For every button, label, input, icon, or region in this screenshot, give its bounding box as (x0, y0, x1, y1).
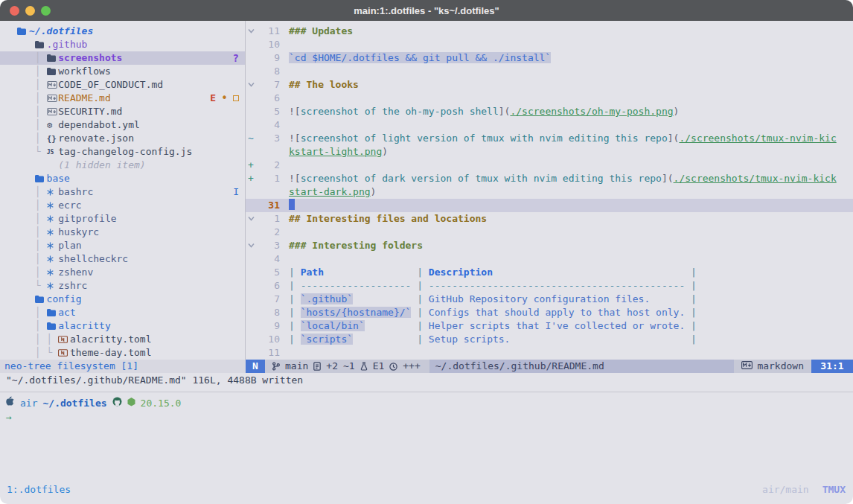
tree-item[interactable]: │ zshenv (0, 266, 245, 279)
editor-line[interactable]: 7| `.github` | GitHub Repository configu… (246, 293, 853, 306)
indent-guide: │ (0, 185, 47, 199)
tree-item[interactable]: ~/.dotfiles (0, 25, 245, 38)
star-icon (47, 185, 53, 199)
tree-item[interactable]: │ SECURITY.md (0, 105, 245, 118)
editor-line[interactable]: 6| ------------------- | ---------------… (246, 279, 853, 293)
js-icon: JS (47, 144, 53, 159)
prompt-input-line[interactable]: → (0, 410, 853, 424)
editor-line[interactable]: 6 (246, 92, 853, 105)
editor-line[interactable]: kstart-light.png) (246, 145, 853, 159)
gutter (246, 145, 256, 159)
tree-item[interactable]: │ act (0, 306, 245, 319)
editor-line[interactable]: 2 (246, 226, 853, 239)
tree-item[interactable]: │ huskyrc (0, 226, 245, 239)
line-number: 11 (256, 346, 280, 360)
gutter (246, 65, 256, 78)
statusline-git-section: main +2 ~1 E1 +++ (265, 360, 429, 373)
star-icon (47, 212, 53, 226)
tree-item-label: SECURITY.md (52, 105, 122, 118)
titlebar[interactable]: main:1:.dotfiles - "ks~/.dotfiles" (0, 0, 853, 21)
editor-line[interactable]: ~3![screenshot of light version of tmux … (246, 132, 853, 145)
tree-item[interactable]: │ plan (0, 239, 245, 252)
git-untracked-icon: ? (233, 51, 239, 65)
indent-guide (0, 159, 47, 172)
editor-line[interactable]: 9| `local/bin` | Helper scripts that I'v… (246, 319, 853, 333)
git-branch-name: main (285, 360, 308, 373)
editor-line[interactable]: 8 (246, 65, 853, 78)
tree-item[interactable]: └ JS tag-changelog-config.js (0, 145, 245, 159)
md-icon (47, 105, 53, 118)
tree-item[interactable]: │ │ alacritty.toml (0, 333, 245, 346)
tree-item[interactable]: └ zshrc (0, 279, 245, 293)
gutter (246, 319, 256, 333)
editor-line[interactable]: +2 (246, 159, 853, 172)
git-sign: ~ (246, 132, 256, 145)
editor-line[interactable]: 3### Interesting folders (246, 239, 853, 252)
tree-item-status: I (233, 185, 245, 199)
editor-line[interactable]: 9`cd $HOME/.dotfiles && git pull && ./in… (246, 51, 853, 65)
indent-guide: │ (0, 319, 47, 333)
terminal-window: main:1:.dotfiles - "ks~/.dotfiles" ~/.do… (0, 0, 853, 504)
shell-pane[interactable]: air ~/.dotfiles 20.15.0 → (0, 396, 853, 424)
zoom-button[interactable] (41, 6, 51, 16)
folder-icon (35, 172, 41, 185)
line-text: ![screenshot of light version of tmux wi… (289, 132, 837, 145)
gutter (246, 293, 256, 306)
tree-item[interactable]: config (0, 293, 245, 306)
line-number: 5 (256, 105, 280, 118)
gutter (246, 333, 256, 346)
line-number: 8 (256, 306, 280, 319)
tree-item[interactable]: │ {} renovate.json (0, 132, 245, 145)
line-text: | `local/bin` | Helper scripts that I've… (289, 319, 697, 333)
tree-item[interactable]: .github (0, 38, 245, 51)
tree-item[interactable]: │ alacritty (0, 319, 245, 333)
tree-item[interactable]: │ ecrc (0, 199, 245, 212)
editor-line[interactable]: 10| `scripts` | Setup scripts. | (246, 333, 853, 346)
editor-line[interactable]: 4 (246, 118, 853, 132)
editor-line[interactable]: 1## Interesting files and locations (246, 212, 853, 226)
line-number: 7 (256, 293, 280, 306)
editor-line[interactable]: 7## The looks (246, 78, 853, 92)
close-button[interactable] (10, 6, 19, 16)
indent-guide: │ (0, 306, 47, 319)
tree-item-label: workflows (52, 65, 110, 78)
tree-item-label: .github (41, 38, 88, 51)
tree-item[interactable]: │ README.mdE• (0, 92, 245, 105)
tree-item[interactable]: │ CODE_OF_CONDUCT.md (0, 78, 245, 92)
markdown-icon (741, 360, 753, 373)
tree-item[interactable]: │ gitprofile (0, 212, 245, 226)
line-number: 6 (256, 279, 280, 293)
editor-line[interactable]: 8| `hosts/{hostname}/` | Configs that sh… (246, 306, 853, 319)
editor-line[interactable]: +1![screenshot of dark version of tmux w… (246, 172, 853, 185)
tree-item[interactable]: base (0, 172, 245, 185)
minimize-button[interactable] (25, 6, 35, 16)
gutter (246, 226, 256, 239)
editor-line[interactable]: 4 (246, 252, 853, 266)
editor-line[interactable]: 11 (246, 346, 853, 360)
prompt-arrow-icon: → (6, 410, 12, 424)
line-number: 10 (256, 38, 280, 51)
tmux-window-tab[interactable]: 1:.dotfiles (0, 484, 71, 495)
folder-icon (47, 319, 53, 333)
tree-item[interactable]: (1 hidden item) (0, 159, 245, 172)
indent-guide: └ (0, 279, 47, 293)
neo-tree-sidebar: ~/.dotfiles .github │ screenshots? │ wor… (0, 21, 245, 360)
tree-item[interactable]: │ └ theme-day.toml (0, 346, 245, 360)
editor-line[interactable]: 5| Path | Description | (246, 266, 853, 279)
tree-item[interactable]: │ shellcheckrc (0, 252, 245, 266)
indent-guide: │ (0, 78, 47, 92)
editor-line[interactable]: 31 (246, 199, 853, 212)
line-text: start-dark.png) (289, 185, 376, 199)
line-text: | `.github` | GitHub Repository configur… (289, 293, 697, 306)
tree-item[interactable]: │ workflows (0, 65, 245, 78)
tree-item[interactable]: │ screenshots? (0, 51, 245, 65)
editor-line[interactable]: 5![screenshot of the oh-my-posh shell](.… (246, 105, 853, 118)
tree-item[interactable]: │ bashrcI (0, 185, 245, 199)
editor-line[interactable]: 11### Updates (246, 25, 853, 38)
editor-line[interactable]: 10 (246, 38, 853, 51)
indent-guide: └ (0, 145, 47, 159)
tmux-pane-divider[interactable] (0, 392, 853, 392)
editor-line[interactable]: start-dark.png) (246, 185, 853, 199)
fold-icon (246, 78, 256, 92)
tree-item[interactable]: │ ⚙ dependabot.yml (0, 118, 245, 132)
